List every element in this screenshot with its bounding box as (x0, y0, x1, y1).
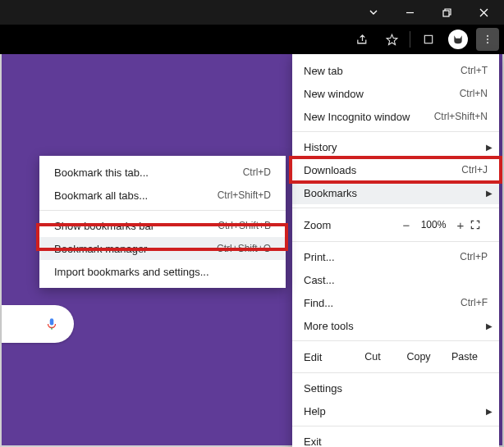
menu-more-tools[interactable]: More tools▶ (292, 314, 499, 337)
copy-button[interactable]: Copy (396, 351, 442, 363)
menu-new-tab[interactable]: New tabCtrl+T (292, 59, 499, 82)
cat-avatar-icon (451, 33, 465, 46)
extensions-button[interactable] (417, 28, 440, 51)
menu-help[interactable]: Help▶ (292, 399, 499, 422)
menu-zoom: Zoom − 100% + (292, 212, 499, 238)
paste-button[interactable]: Paste (442, 351, 488, 363)
menu-bookmarks[interactable]: Bookmarks▶ (292, 181, 499, 204)
minimize-icon (405, 8, 415, 17)
menu-find[interactable]: Find...Ctrl+F (292, 291, 499, 314)
menu-print[interactable]: Print...Ctrl+P (292, 245, 499, 268)
svg-rect-5 (50, 318, 54, 325)
minimize-dash-button[interactable] (392, 0, 428, 25)
avatar (448, 30, 468, 49)
browser-menu-button[interactable] (476, 28, 499, 51)
submenu-bookmark-tab[interactable]: Bookmark this tab...Ctrl+D (39, 161, 286, 184)
fullscreen-icon (470, 219, 481, 230)
share-icon (355, 33, 369, 47)
mic-icon (44, 317, 59, 331)
maximize-button[interactable] (428, 0, 465, 25)
bookmarks-submenu: Bookmark this tab...Ctrl+D Bookmark all … (39, 156, 286, 288)
browser-toolbar (0, 25, 504, 54)
zoom-out-button[interactable]: − (397, 218, 415, 232)
zoom-in-button[interactable]: + (451, 218, 470, 232)
menu-exit[interactable]: Exit (292, 430, 499, 447)
menu-separator (292, 426, 499, 426)
kebab-icon (482, 34, 493, 45)
submenu-show-bar[interactable]: Show bookmarks barCtrl+Shift+B (39, 214, 286, 237)
menu-separator (39, 210, 286, 211)
menu-history[interactable]: History▶ (292, 135, 499, 158)
window-titlebar (0, 0, 504, 25)
chevron-right-icon: ▶ (486, 322, 493, 331)
menu-separator (292, 241, 499, 242)
edit-label: Edit (304, 351, 350, 363)
svg-rect-0 (443, 11, 449, 16)
chevron-right-icon: ▶ (486, 407, 493, 416)
chevron-down-icon (369, 7, 378, 17)
svg-point-2 (487, 35, 488, 37)
menu-settings[interactable]: Settings (292, 376, 499, 399)
maximize-icon (442, 8, 451, 17)
toolbar-divider (410, 31, 410, 48)
svg-point-3 (487, 39, 488, 40)
zoom-label: Zoom (304, 219, 397, 231)
extensions-icon (422, 33, 435, 46)
zoom-value: 100% (415, 219, 451, 230)
menu-incognito[interactable]: New Incognito windowCtrl+Shift+N (292, 105, 499, 128)
menu-downloads[interactable]: DownloadsCtrl+J (292, 158, 499, 181)
share-button[interactable] (351, 28, 373, 51)
chevron-right-icon: ▶ (486, 143, 493, 152)
chevron-right-icon: ▶ (486, 189, 493, 198)
cut-button[interactable]: Cut (350, 351, 396, 363)
submenu-bookmark-all[interactable]: Bookmark all tabs...Ctrl+Shift+D (39, 184, 286, 207)
menu-cast[interactable]: Cast... (292, 268, 499, 291)
bookmark-star-button[interactable] (380, 28, 403, 51)
fullscreen-button[interactable] (470, 219, 488, 230)
close-icon (479, 8, 488, 17)
menu-separator (292, 208, 499, 208)
menu-separator (292, 372, 499, 373)
menu-edit-row: Edit Cut Copy Paste (292, 344, 499, 369)
browser-main-menu: New tabCtrl+T New windowCtrl+N New Incog… (292, 54, 499, 447)
close-button[interactable] (465, 0, 502, 25)
menu-separator (292, 131, 499, 132)
profile-button[interactable] (447, 28, 470, 51)
svg-rect-1 (424, 35, 432, 43)
menu-separator (292, 340, 499, 341)
minimize-button[interactable] (355, 0, 392, 25)
svg-point-4 (487, 42, 488, 43)
submenu-bookmark-manager[interactable]: Bookmark managerCtrl+Shift+O (39, 237, 286, 260)
menu-new-window[interactable]: New windowCtrl+N (292, 82, 499, 105)
submenu-import[interactable]: Import bookmarks and settings... (39, 260, 286, 283)
search-box-fragment[interactable] (2, 305, 74, 343)
star-icon (385, 33, 399, 47)
